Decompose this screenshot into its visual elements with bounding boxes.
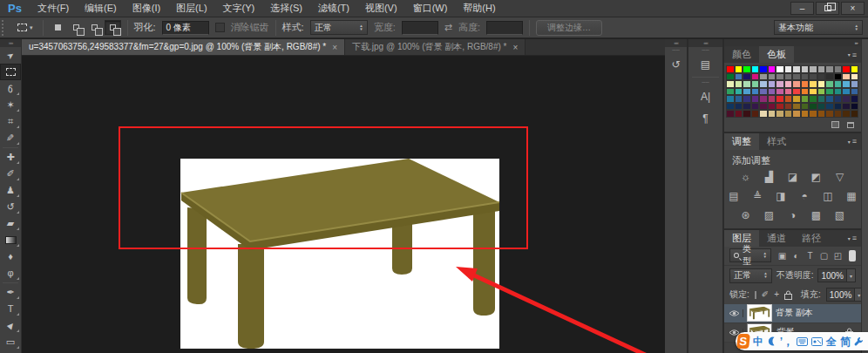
color-swatch[interactable] <box>759 80 768 88</box>
intersect-selection-button[interactable] <box>105 20 121 35</box>
filter-adjustment-layers-icon[interactable]: ◐ <box>790 251 802 261</box>
color-lookup-icon[interactable]: ▦ <box>844 190 859 203</box>
ime-toolbox-wrench-icon[interactable] <box>854 336 864 346</box>
color-swatch[interactable] <box>809 73 817 81</box>
color-swatch[interactable] <box>842 65 851 73</box>
color-swatch[interactable] <box>776 88 784 96</box>
color-swatch[interactable] <box>726 103 735 111</box>
color-swatch[interactable] <box>842 110 851 118</box>
color-swatch[interactable] <box>817 88 826 96</box>
filter-pixel-layers-icon[interactable]: ▣ <box>776 251 788 261</box>
color-swatch[interactable] <box>851 88 859 96</box>
antialias-checkbox[interactable] <box>215 23 225 32</box>
menu-item[interactable]: 窗口(W) <box>405 0 456 17</box>
width-input[interactable] <box>402 21 438 35</box>
rectangle-tool[interactable]: ▭ <box>0 334 21 350</box>
tab-adjustments[interactable]: 调整 <box>724 133 759 150</box>
color-swatch[interactable] <box>759 95 768 103</box>
drag-handle[interactable]: ┄┄ <box>672 47 679 53</box>
gradient-map-icon[interactable]: ▩ <box>809 209 824 222</box>
tab-swatches[interactable]: 色板 <box>759 46 794 63</box>
tab-color[interactable]: 颜色 <box>724 46 759 63</box>
hue-saturation-icon[interactable]: ▤ <box>726 190 742 203</box>
selective-color-icon[interactable]: ▧ <box>832 209 848 222</box>
properties-panel-icon[interactable]: ▤ <box>688 53 722 75</box>
color-swatch[interactable] <box>809 110 817 118</box>
color-swatch[interactable] <box>834 65 843 73</box>
strip-collapse-button[interactable]: «« <box>688 39 722 47</box>
brush-tool[interactable]: ✐ <box>0 166 21 182</box>
new-selection-button[interactable] <box>50 20 66 35</box>
color-swatch[interactable] <box>851 80 859 88</box>
color-swatch[interactable] <box>735 80 743 88</box>
menu-item[interactable]: 文字(Y) <box>215 0 263 17</box>
spot-healing-brush-tool[interactable]: ✚ <box>0 149 21 166</box>
color-swatch[interactable] <box>751 110 760 118</box>
restore-button[interactable] <box>816 2 839 15</box>
color-swatch[interactable] <box>817 103 826 111</box>
color-swatch[interactable] <box>834 95 843 103</box>
color-swatch[interactable] <box>809 65 817 73</box>
feather-input[interactable]: 0 像素 <box>162 21 209 35</box>
color-swatch[interactable] <box>792 110 801 118</box>
history-panel-icon[interactable]: ↺ <box>665 53 687 75</box>
color-swatch[interactable] <box>784 88 793 96</box>
clone-stamp-tool[interactable]: ♟ <box>0 182 21 199</box>
strip-collapse-button[interactable]: «« <box>665 39 687 47</box>
menu-item[interactable]: 选择(S) <box>262 0 310 17</box>
color-swatch[interactable] <box>801 103 810 111</box>
color-swatch[interactable] <box>768 65 776 73</box>
layer-thumbnail[interactable] <box>748 305 771 321</box>
color-swatch[interactable] <box>743 103 751 111</box>
color-swatch[interactable] <box>768 80 776 88</box>
menu-item[interactable]: 图像(I) <box>125 0 168 17</box>
color-swatch[interactable] <box>825 103 834 111</box>
color-swatch[interactable] <box>834 110 843 118</box>
color-swatch[interactable] <box>735 103 743 111</box>
menu-item[interactable]: 编辑(E) <box>77 0 125 17</box>
crop-tool[interactable]: ⌗ <box>0 113 21 130</box>
color-swatch[interactable] <box>768 110 776 118</box>
color-swatch[interactable] <box>784 80 793 88</box>
tab-channels[interactable]: 通道 <box>759 230 794 247</box>
dodge-tool[interactable]: φ <box>0 265 21 282</box>
character-panel-icon[interactable]: A| <box>688 85 722 107</box>
filter-shape-layers-icon[interactable]: ▢ <box>818 251 830 261</box>
filter-switch[interactable] <box>849 250 856 261</box>
color-swatch[interactable] <box>801 65 810 73</box>
history-brush-tool[interactable]: ↺ <box>0 199 21 215</box>
menu-item[interactable]: 文件(F) <box>30 0 77 17</box>
exposure-icon[interactable]: ◩ <box>809 171 824 184</box>
color-swatch[interactable] <box>825 88 834 96</box>
panel-menu-icon[interactable]: ≡ <box>848 230 861 247</box>
opacity-input[interactable]: 100%▾ <box>817 268 856 282</box>
tool-preset-picker[interactable]: ▾ <box>14 22 37 33</box>
pen-tool[interactable]: ✒ <box>0 284 21 301</box>
color-swatch[interactable] <box>743 65 751 73</box>
color-swatch[interactable] <box>825 80 834 88</box>
drag-handle[interactable]: ┄┄ <box>702 79 709 85</box>
color-swatch[interactable] <box>809 103 817 111</box>
color-swatch[interactable] <box>817 65 826 73</box>
color-swatch[interactable] <box>801 110 810 118</box>
close-button[interactable]: × <box>841 2 865 15</box>
color-swatch[interactable] <box>776 110 784 118</box>
new-swatch-icon[interactable] <box>831 121 839 128</box>
color-swatch[interactable] <box>768 95 776 103</box>
color-swatch[interactable] <box>735 73 743 81</box>
color-swatch[interactable] <box>801 95 810 103</box>
color-swatch[interactable] <box>834 73 843 81</box>
rectangular-marquee-tool[interactable] <box>0 64 21 80</box>
style-select[interactable]: 正常 <box>310 20 368 35</box>
path-selection-tool[interactable]: ▶ <box>0 317 21 334</box>
color-swatch[interactable] <box>743 73 751 81</box>
black-white-icon[interactable]: ◨ <box>773 190 789 203</box>
gradient-tool[interactable] <box>0 232 21 248</box>
color-swatch[interactable] <box>751 80 760 88</box>
color-swatch[interactable] <box>776 95 784 103</box>
color-swatch[interactable] <box>851 95 859 103</box>
color-swatch[interactable] <box>735 110 743 118</box>
ime-chinese-mode[interactable]: 中 <box>753 336 763 347</box>
color-swatch[interactable] <box>735 88 743 96</box>
color-swatch[interactable] <box>743 88 751 96</box>
